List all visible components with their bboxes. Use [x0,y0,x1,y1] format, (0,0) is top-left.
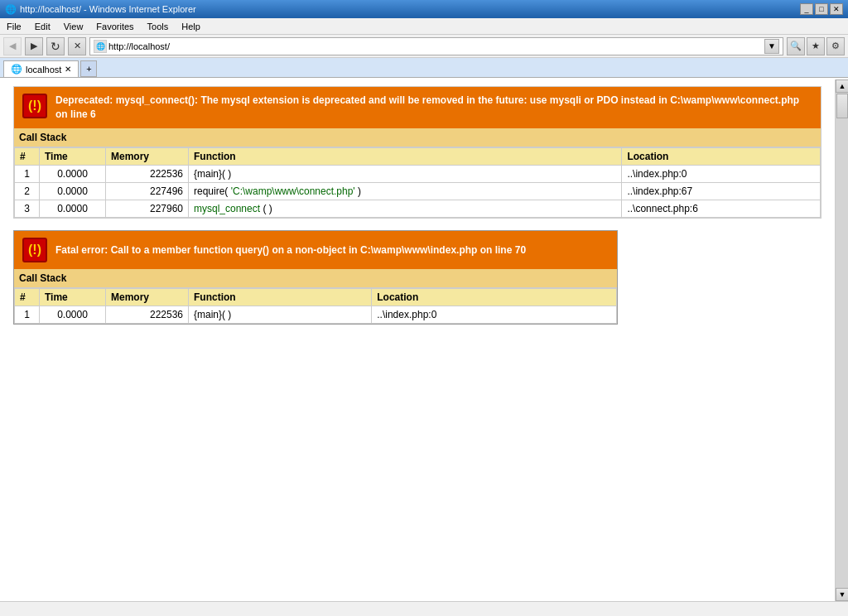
col-memory-1: Memory [106,147,189,165]
col-time-2: Time [40,288,106,306]
callstack-section-1: Call Stack # Time Memory Function Locati… [14,128,821,218]
restore-button[interactable]: □ [815,3,828,15]
cell-num: 3 [15,200,40,217]
page-content: (!) Deprecated: mysql_connect(): The mys… [0,78,835,344]
menu-favorites[interactable]: Favorites [93,21,137,32]
error-header-2: (!) Fatal error: Call to a member functi… [14,231,617,269]
tab-close-icon[interactable]: ✕ [65,65,71,74]
cell-num: 1 [15,165,40,182]
window-title: http://localhost/ - Windows Internet Exp… [20,4,196,14]
function-link: 'C:\wamp\www\connect.php' [231,185,355,197]
error-icon-2: (!) [22,238,47,262]
col-function-2: Function [189,288,372,306]
nav-bar: ◀ ▶ ↻ ✕ 🌐 ▼ 🔍 ★ ⚙ [0,35,848,58]
forward-button[interactable]: ▶ [25,37,43,55]
cell-memory: 227960 [106,200,189,217]
address-input[interactable] [108,41,763,51]
go-button[interactable]: ▼ [764,39,779,54]
cell-memory: 222536 [106,165,189,182]
cell-num: 1 [15,306,40,323]
col-location-1: Location [622,147,821,165]
menu-bar: File Edit View Favorites Tools Help [0,18,848,35]
window-controls: _ □ ✕ [800,3,843,15]
error-box-1: (!) Deprecated: mysql_connect(): The mys… [13,86,822,219]
cell-memory: 222536 [106,306,189,323]
callstack-section-2: Call Stack # Time Memory Function Locati… [14,269,617,324]
title-bar: 🌐 http://localhost/ - Windows Internet E… [0,0,848,18]
browser-icon: 🌐 [5,4,17,15]
menu-help[interactable]: Help [178,21,204,32]
title-bar-left: 🌐 http://localhost/ - Windows Internet E… [5,4,196,15]
error-icon-1: (!) [22,94,47,118]
cell-function: {main}( ) [189,165,622,182]
scroll-track[interactable] [836,93,848,344]
vertical-scrollbar[interactable]: ▲ ▼ [835,79,848,344]
tab-localhost[interactable]: 🌐 localhost ✕ [3,60,79,77]
col-memory-2: Memory [106,288,189,306]
search-button[interactable]: 🔍 [787,37,805,55]
cell-time: 0.0000 [40,306,106,323]
cell-location: ..\index.php:0 [372,306,617,323]
error-box-2: (!) Fatal error: Call to a member functi… [13,230,618,325]
minimize-button[interactable]: _ [800,3,813,15]
tab-bar: 🌐 localhost ✕ + [0,58,848,78]
address-bar: 🌐 ▼ [89,37,783,55]
menu-file[interactable]: File [3,21,25,32]
cell-function: require( 'C:\wamp\www\connect.php' ) [189,182,622,200]
tools-button[interactable]: ⚙ [826,37,845,55]
cell-time: 0.0000 [40,182,106,200]
cell-function: mysql_connect ( ) [189,200,622,217]
cell-location: ..\connect.php:6 [622,200,821,217]
stop-button[interactable]: ✕ [68,37,86,55]
table-row: 10.0000222536{main}( )..\index.php:0 [15,165,821,182]
scroll-up-button[interactable]: ▲ [836,79,848,93]
callstack-table-1: # Time Memory Function Location 10.00002… [14,147,821,218]
refresh-button[interactable]: ↻ [46,37,65,55]
tab-icon: 🌐 [11,64,22,75]
favorites-button[interactable]: ★ [807,37,825,55]
callstack-table-2: # Time Memory Function Location 10.00002… [14,288,617,324]
table-row: 10.0000222536{main}( )..\index.php:0 [15,306,617,323]
col-location-2: Location [372,288,617,306]
function-link[interactable]: mysql_connect [194,203,260,214]
page-icon: 🌐 [94,40,107,53]
back-button[interactable]: ◀ [3,37,22,55]
cell-memory: 227496 [106,182,189,200]
new-tab-button[interactable]: + [80,60,97,77]
error-header-1: (!) Deprecated: mysql_connect(): The mys… [14,87,821,128]
cell-time: 0.0000 [40,200,106,217]
table-row: 30.0000227960mysql_connect ( )..\connect… [15,200,821,217]
callstack-title-2: Call Stack [14,269,617,288]
callstack-title-1: Call Stack [14,128,821,147]
col-num-2: # [15,288,40,306]
error-message-2: Fatal error: Call to a member function q… [55,244,526,256]
table-row: 20.0000227496require( 'C:\wamp\www\conne… [15,182,821,200]
cell-time: 0.0000 [40,165,106,182]
cell-num: 2 [15,182,40,200]
close-button[interactable]: ✕ [830,3,843,15]
error-message-1: Deprecated: mysql_connect(): The mysql e… [55,94,812,122]
menu-view[interactable]: View [60,21,87,32]
scroll-thumb[interactable] [836,94,848,118]
col-num-1: # [15,147,40,165]
cell-location: ..\index.php:67 [622,182,821,200]
tab-label: localhost [26,65,61,75]
cell-function: {main}( ) [189,306,372,323]
cell-location: ..\index.php:0 [622,165,821,182]
nav-right-buttons: 🔍 ★ ⚙ [787,37,845,55]
col-time-1: Time [40,147,106,165]
menu-tools[interactable]: Tools [144,21,172,32]
col-function-1: Function [189,147,622,165]
menu-edit[interactable]: Edit [31,21,54,32]
